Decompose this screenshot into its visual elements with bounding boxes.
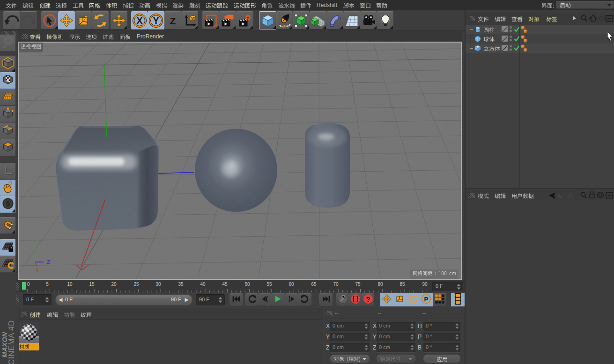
svg-text:P: P bbox=[424, 296, 428, 303]
svg-text:X: X bbox=[136, 15, 142, 26]
svg-text:?: ? bbox=[366, 295, 370, 303]
svg-text:S: S bbox=[6, 200, 10, 207]
svg-text:Z: Z bbox=[170, 15, 176, 26]
svg-text:Y: Y bbox=[153, 15, 159, 26]
